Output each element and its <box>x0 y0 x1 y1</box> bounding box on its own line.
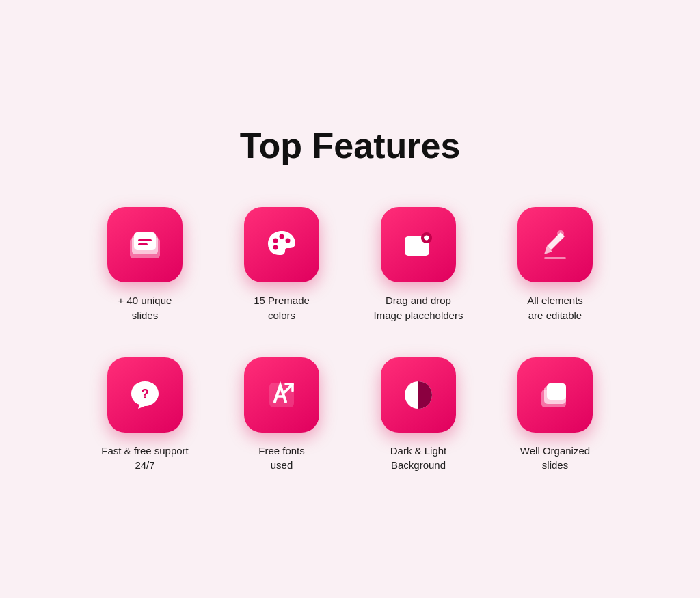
svg-point-6 <box>280 234 284 239</box>
svg-text:?: ? <box>141 386 149 401</box>
colors-label: 15 Premadecolors <box>254 293 310 323</box>
feature-item-slides: + 40 uniqueslides <box>90 207 200 323</box>
slides-icon <box>107 207 183 282</box>
background-label: Dark & LightBackground <box>390 444 447 474</box>
pen-icon <box>517 207 593 282</box>
image-placeholder-label: Drag and dropImage placeholders <box>374 293 463 323</box>
svg-rect-21 <box>547 383 566 400</box>
svg-point-5 <box>273 239 278 243</box>
features-grid: + 40 uniqueslides 15 Premadecolors <box>90 207 610 473</box>
feature-item-image-placeholder: Drag and dropImage placeholders <box>364 207 473 323</box>
svg-point-7 <box>286 239 291 243</box>
fonts-icon <box>244 357 319 433</box>
editable-label: All elementsare editable <box>527 293 583 323</box>
svg-point-8 <box>273 245 278 250</box>
svg-point-13 <box>557 230 564 237</box>
image-placeholder-icon <box>381 207 456 282</box>
feature-item-colors: 15 Premadecolors <box>227 207 336 323</box>
feature-item-organized: Well Organizedslides <box>500 357 610 474</box>
svg-rect-14 <box>544 257 566 259</box>
palette-icon <box>244 207 319 282</box>
page-title: Top Features <box>240 125 461 166</box>
svg-rect-4 <box>138 243 148 245</box>
svg-rect-3 <box>138 239 152 241</box>
background-icon <box>381 357 456 433</box>
feature-item-fonts: Free fontsused <box>227 357 336 474</box>
feature-item-support: ? Fast & free support24/7 <box>90 357 200 474</box>
support-label: Fast & free support24/7 <box>101 444 189 474</box>
slides-label: + 40 uniqueslides <box>118 293 172 323</box>
organized-label: Well Organizedslides <box>520 444 590 474</box>
organized-icon <box>517 357 593 433</box>
feature-item-background: Dark & LightBackground <box>364 357 473 474</box>
fonts-label: Free fontsused <box>258 444 305 474</box>
svg-rect-12 <box>424 236 429 239</box>
support-icon: ? <box>107 357 183 433</box>
feature-item-editable: All elementsare editable <box>500 207 610 323</box>
